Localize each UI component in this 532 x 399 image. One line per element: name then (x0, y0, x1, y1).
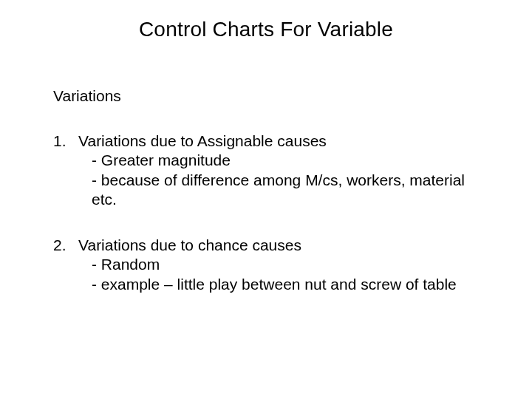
item-number: 1. (53, 132, 78, 209)
item-subline: - because of difference among M/cs, work… (78, 171, 479, 210)
section-heading: Variations (53, 87, 121, 105)
item-subline: - Random (78, 255, 479, 274)
item-head: Variations due to chance causes (78, 236, 479, 255)
numbered-list: 1. Variations due to Assignable causes -… (53, 132, 479, 321)
slide-title: Control Charts For Variable (0, 18, 532, 41)
item-body: Variations due to chance causes - Random… (78, 236, 479, 294)
item-body: Variations due to Assignable causes - Gr… (78, 132, 479, 209)
item-subline: - Greater magnitude (78, 151, 479, 170)
item-number: 2. (53, 236, 78, 294)
item-subline: - example – little play between nut and … (78, 275, 479, 294)
list-item: 2. Variations due to chance causes - Ran… (53, 236, 479, 294)
item-head: Variations due to Assignable causes (78, 132, 479, 151)
slide: Control Charts For Variable Variations 1… (0, 0, 532, 399)
list-item: 1. Variations due to Assignable causes -… (53, 132, 479, 209)
